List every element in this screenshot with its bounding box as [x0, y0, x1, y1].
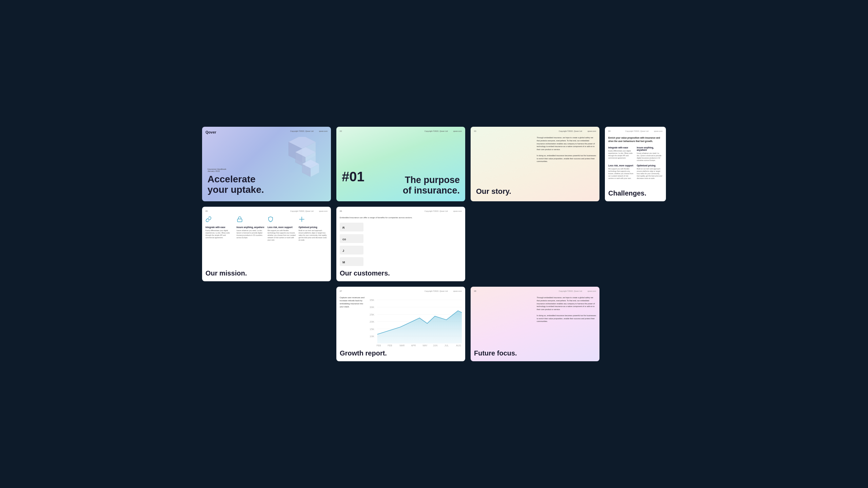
card-title: Future focus. — [474, 349, 517, 357]
svg-text:FEB: FEB — [388, 344, 392, 347]
page-num: 07 — [340, 290, 342, 292]
chart-label: Capture user revenues and increase refun… — [340, 296, 367, 308]
card-customers[interactable]: 06 Copyright ©2022, Qover Ltd qover.com … — [336, 207, 465, 281]
challenge-title: Insure anything, anywhere — [637, 146, 663, 151]
svg-text:APR: APR — [411, 344, 416, 347]
website: qover.com — [453, 290, 462, 292]
challenge-item-1: Integrate with ease Easily differentiate… — [608, 146, 634, 162]
website: qover.com — [453, 210, 462, 212]
website: qover.com — [654, 130, 663, 132]
mission-item-title: Less risk, more support — [268, 226, 297, 228]
story-body: Through embedded insurance, we hope to c… — [537, 136, 596, 163]
challenge-text: We support you with flexible technology … — [608, 168, 634, 180]
customers-content: Embedded insurance can offer a range of … — [340, 216, 465, 268]
challenge-text: Insure whatever you need. La doc. Qover … — [637, 152, 663, 162]
card-subtitle: Insurance Handbook January 2022 — [208, 168, 264, 172]
challenges-content: Enrich your value proposition with insur… — [608, 136, 663, 188]
svg-text:25K: 25K — [370, 313, 375, 316]
copyright: Copyright ©2022, Qover Ltd — [290, 210, 314, 212]
card-header: 03 Copyright ©2022, Qover Ltd qover.com — [474, 130, 596, 132]
website: qover.com — [453, 130, 462, 132]
challenge-title: Less risk, more support — [608, 164, 634, 167]
mission-item-text: Insure whatever you need. La doc. Qover … — [237, 229, 266, 239]
card-our-story[interactable]: 03 Copyright ©2022, Qover Ltd qover.com … — [471, 127, 599, 201]
page-num: 08 — [474, 290, 476, 292]
customer-label: co — [342, 238, 346, 241]
growth-chart-svg: 35K 30K 25K 20K 15K 10K — [370, 296, 462, 347]
mission-icon-shield — [268, 216, 297, 224]
customer-label: J — [342, 249, 344, 252]
qover-logo: Qover — [205, 130, 216, 134]
website: qover.com — [319, 130, 328, 134]
card-title: Accelerate your uptake. — [208, 174, 264, 195]
challenge-text: Build on our tech and approach ensure pl… — [637, 168, 663, 180]
card-header: 05 Copyright ©2022, Qover Ltd qover.com — [205, 210, 328, 212]
challenges-grid: Integrate with ease Easily differentiate… — [608, 146, 663, 180]
card-growth[interactable]: 07 Copyright ©2022, Qover Ltd qover.com … — [336, 287, 465, 361]
copyright: Copyright ©2022, Qover Ltd — [425, 130, 448, 132]
mission-icon-integrate — [205, 216, 235, 224]
slide-grid: Qover Copyright ©2022, Qover Ltd qover.c… — [175, 100, 693, 388]
customer-item-2: co — [340, 234, 363, 243]
card-header: 07 Copyright ©2022, Qover Ltd qover.com — [340, 290, 462, 292]
future-text: Through embedded insurance, we hope to c… — [537, 296, 596, 323]
copyright: Copyright ©2022, Qover Ltd — [625, 130, 649, 132]
mission-icons-row: Integrate with ease Easily differentiate… — [205, 216, 328, 268]
customer-label: M — [342, 261, 345, 264]
section-number: #01 — [342, 169, 364, 184]
card-title: Our story. — [476, 187, 511, 196]
svg-text:AUG: AUG — [456, 344, 461, 347]
card-title-wrap: Our mission. — [205, 269, 247, 277]
card-header: 04 Copyright ©2022, Qover Ltd qover.com — [608, 130, 663, 132]
challenge-title: Integrate with ease — [608, 146, 634, 149]
card-mission[interactable]: 05 Copyright ©2022, Qover Ltd qover.com … — [202, 207, 331, 281]
card-header: 06 Copyright ©2022, Qover Ltd qover.com — [340, 210, 462, 212]
page-num: 03 — [474, 130, 476, 132]
isometric-graphic — [270, 137, 328, 188]
mission-item-4: Optimised pricing Build on our tech and … — [299, 216, 328, 268]
card-title: Growth report. — [340, 349, 387, 357]
mission-item-text: Easily differentiate your digital experi… — [205, 229, 235, 239]
svg-rect-9 — [237, 219, 242, 222]
card-bottom: Insurance Handbook January 2022 Accelera… — [208, 168, 264, 195]
card-number: #01 — [342, 169, 364, 184]
card-challenges[interactable]: 04 Copyright ©2022, Qover Ltd qover.com … — [605, 127, 666, 201]
card-cover[interactable]: Qover Copyright ©2022, Qover Ltd qover.c… — [202, 127, 331, 201]
svg-text:20K: 20K — [370, 320, 375, 323]
customers-subtitle: Embedded insurance can offer a range of … — [340, 216, 465, 219]
card-title: Our customers. — [340, 269, 390, 277]
challenge-text: Easily differentiate your digital experi… — [608, 150, 634, 159]
customer-label: R — [342, 226, 345, 229]
page-num: 06 — [340, 210, 342, 212]
svg-text:JUN: JUN — [433, 344, 437, 347]
card-title-wrap: Future focus. — [474, 349, 517, 357]
customer-item-3: J — [340, 246, 363, 255]
challenges-header: Enrich your value proposition with insur… — [608, 136, 663, 143]
mission-item-1: Integrate with ease Easily differentiate… — [205, 216, 235, 268]
website: qover.com — [588, 290, 596, 292]
card-header: 08 Copyright ©2022, Qover Ltd qover.com — [474, 290, 596, 292]
copyright: Copyright ©2022, Qover Ltd — [425, 290, 448, 292]
card-title-wrap: Growth report. — [340, 349, 387, 357]
card-header: 02 Copyright ©2022, Qover Ltd qover.com — [340, 130, 462, 132]
svg-text:10K: 10K — [370, 335, 375, 338]
chart-label-area: Capture user revenues and increase refun… — [340, 296, 367, 347]
card-title: Our mission. — [205, 269, 247, 277]
card-title-wrap: The purpose of insurance. — [403, 175, 460, 196]
website: qover.com — [319, 210, 328, 212]
chart-area: 35K 30K 25K 20K 15K 10K — [370, 296, 462, 347]
card-title: Challenges. — [608, 189, 646, 197]
svg-text:MAY: MAY — [422, 344, 428, 347]
card-future[interactable]: 08 Copyright ©2022, Qover Ltd qover.com … — [471, 287, 599, 361]
mission-item-title: Optimised pricing — [299, 226, 328, 228]
customer-item-4: M — [340, 257, 363, 266]
copyright: Copyright ©2022, Qover Ltd — [290, 130, 314, 134]
svg-text:JUL: JUL — [445, 344, 449, 347]
page-num: 02 — [340, 130, 342, 132]
card-title-wrap: Our story. — [476, 187, 511, 196]
card-title-wrap: Challenges. — [608, 189, 646, 197]
growth-content: Capture user revenues and increase refun… — [340, 296, 462, 347]
card-header: Qover Copyright ©2022, Qover Ltd qover.c… — [205, 130, 328, 134]
card-purpose[interactable]: 02 Copyright ©2022, Qover Ltd qover.com … — [336, 127, 465, 201]
mission-icon-pricing — [299, 216, 328, 224]
